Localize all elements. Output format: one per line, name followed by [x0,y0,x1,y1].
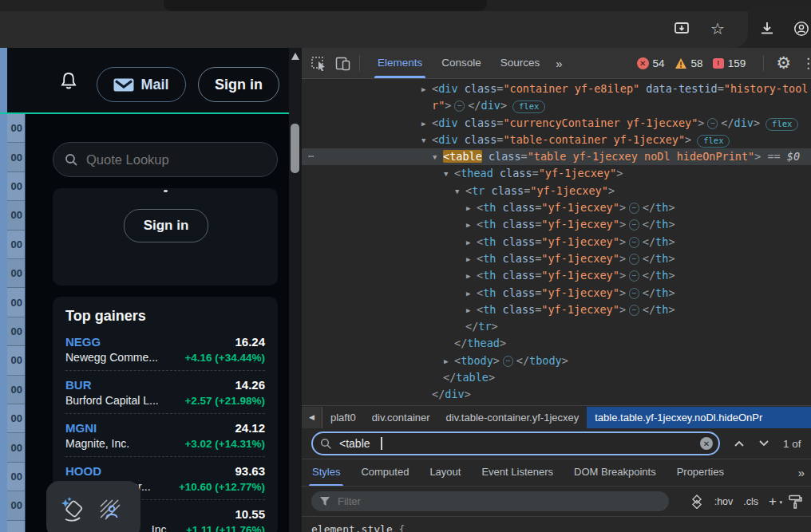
browser-tab[interactable] [164,0,487,11]
dom-tree-node[interactable]: </tr> [302,318,811,335]
dom-tree-node[interactable]: ▶<div class="container yf-e8ilep" data-t… [302,81,811,97]
styles-tab-computed[interactable]: Computed [350,459,419,486]
kebab-menu-icon[interactable]: ⋮ [801,55,811,72]
dom-tree-node[interactable]: ▶<div class="currencyContainer yf-1jecxe… [302,115,811,132]
dom-tree-node[interactable]: </thead> [302,335,811,352]
gainer-row[interactable]: MGNI24.12Magnite, Inc.+3.02 (+14.31%) [65,414,265,457]
dom-tree-node[interactable]: ▼<div class="table-container yf-1jecxey"… [302,132,811,148]
breadcrumb-back-button[interactable]: ◀ [302,407,322,428]
search-field[interactable]: ✕ [311,432,720,455]
issues-icon[interactable]: ! [713,58,724,69]
paint-roller-icon[interactable] [787,494,803,510]
page-scrollbar[interactable] [289,48,302,532]
node-options-dots[interactable]: ⋯ [308,148,315,165]
collapsed-content-ellipsis[interactable]: ⋯ [454,100,465,112]
dom-tree-node[interactable]: ▶<th class="yf-1jecxey">⋯</th> [302,216,811,233]
profile-icon[interactable] [792,19,811,38]
expand-arrow-icon[interactable]: ▶ [444,353,454,370]
devtools-tab-sources[interactable]: Sources [491,48,550,78]
expand-arrow-icon[interactable]: ▼ [455,183,465,200]
ticker-symbol-link[interactable]: NEGG [65,335,101,349]
devtools-tab-console[interactable]: Console [432,48,491,78]
collapsed-content-ellipsis[interactable]: ⋯ [707,118,718,129]
warning-count[interactable]: 58 [691,57,703,69]
flex-badge[interactable]: flex [766,118,798,131]
scrollbar-thumb[interactable] [291,124,299,173]
expand-arrow-icon[interactable]: ▼ [433,149,443,166]
flex-badge[interactable]: flex [512,100,545,113]
dom-tree-node[interactable]: ▶<th class="yf-1jecxey">⋯</th> [302,199,811,216]
collapsed-content-ellipsis[interactable]: ⋯ [503,356,513,367]
issues-count[interactable]: 159 [728,57,746,69]
device-toolbar-icon[interactable] [335,55,351,71]
ticker-symbol-link[interactable]: HOOD [65,464,101,478]
styles-tab-dom-breakpoints[interactable]: DOM Breakpoints [564,459,667,486]
scrollbar-up-arrow[interactable] [291,53,299,60]
expand-arrow-icon[interactable]: ▶ [466,302,477,319]
previous-match-icon[interactable] [734,439,745,448]
notifications-bell-icon[interactable] [60,71,77,93]
styles-filter-field[interactable] [311,491,669,511]
expand-arrow-icon[interactable]: ▶ [466,268,477,285]
mail-button[interactable]: Mail [97,67,186,102]
dom-tree-node[interactable]: ▶<th class="yf-1jecxey">⋯</th> [302,234,811,250]
more-panels-chevrons[interactable]: » [549,57,568,70]
styles-tab-event-listeners[interactable]: Event Listeners [471,459,564,486]
breadcrumb-item-selected[interactable]: table.table.yf-1jecxey.noDl.hideOnPr [587,407,811,428]
expand-arrow-icon[interactable]: ▶ [466,234,477,251]
dom-tree-node[interactable]: ▶<th class="yf-1jecxey">⋯</th> [302,267,811,284]
dom-tree-node[interactable]: ▶<th class="yf-1jecxey">⋯</th> [302,250,811,267]
dom-tree-node[interactable]: ▶<th class="yf-1jecxey">⋯</th> [302,285,811,301]
breadcrumb-item[interactable]: div.container [364,407,438,428]
card-signin-button[interactable]: Sign in [124,209,208,242]
styles-tab-layout[interactable]: Layout [419,459,471,486]
expand-arrow-icon[interactable]: ▼ [421,132,432,149]
expand-arrow-icon[interactable]: ▼ [444,166,454,183]
dom-tree-node[interactable]: ▼<thead class="yf-1jecxey"> [302,165,811,182]
quote-lookup-input[interactable] [85,152,247,168]
expand-arrow-icon[interactable]: ▶ [466,217,477,234]
element-classes-button[interactable]: .cls [743,496,758,507]
new-style-rule-button[interactable]: + [769,495,777,508]
dom-tree-node[interactable]: ▶<th class="yf-1jecxey">⋯</th> [302,301,811,318]
clear-search-icon[interactable]: ✕ [700,437,713,450]
dom-tree-node[interactable]: </div> [302,386,811,403]
breadcrumb-item[interactable]: plaft0 [322,407,364,428]
element-style-rule[interactable]: element.style { [302,517,811,532]
download-icon[interactable] [758,19,777,38]
expand-arrow-icon[interactable]: ▶ [421,116,432,132]
styles-tab-properties[interactable]: Properties [667,459,734,486]
search-input[interactable] [338,436,644,451]
styles-tab-styles[interactable]: Styles [302,459,350,486]
more-style-tabs-chevrons[interactable]: » [792,466,811,479]
collapsed-content-ellipsis[interactable]: ⋯ [629,219,639,231]
warning-icon[interactable] [675,57,687,69]
save-page-icon[interactable] [672,19,691,38]
collapsed-content-ellipsis[interactable]: ⋯ [629,203,639,214]
expand-arrow-icon[interactable]: ▶ [466,251,477,268]
expand-arrow-icon[interactable]: ▶ [466,200,477,217]
bookmark-star-icon[interactable]: ☆ [708,19,727,38]
error-icon[interactable]: ✕ [637,57,649,69]
gainer-row[interactable]: NEGG16.24Newegg Comme...+4.16 (+34.44%) [65,328,265,371]
next-match-icon[interactable] [758,439,769,448]
breadcrumb-item[interactable]: div.table-container.yf-1jecxey [438,407,587,428]
ticker-symbol-link[interactable]: MGNI [65,421,97,435]
ticker-symbol-link[interactable]: BUR [65,378,92,392]
dom-tree-node[interactable]: ▼<tr class="yf-1jecxey"> [302,183,811,199]
collapsed-content-ellipsis[interactable]: ⋯ [629,288,639,299]
toggle-element-state-button[interactable]: :hov [714,496,734,507]
quote-lookup-box[interactable] [53,142,278,177]
expand-arrow-icon[interactable]: ▶ [466,286,477,302]
dom-tree-node-selected[interactable]: ⋯▼<table class="table yf-1jecxey noDl hi… [302,148,811,165]
eraser-sparkle-icon[interactable] [59,496,85,523]
error-count[interactable]: 54 [653,57,665,69]
dom-tree-node[interactable]: </table> [302,369,811,386]
styles-filter-input[interactable] [336,495,643,508]
inspect-element-icon[interactable] [311,55,326,71]
dom-tree-node[interactable]: r">⋯</div>flex [302,97,811,114]
address-bar[interactable] [0,11,748,48]
gainer-row[interactable]: BUR14.26Burford Capital L...+2.57 (+21.9… [65,371,265,414]
collapsed-content-ellipsis[interactable]: ⋯ [629,254,639,265]
dom-tree-node[interactable]: ▶<tbody>⋯</tbody> [302,353,811,369]
